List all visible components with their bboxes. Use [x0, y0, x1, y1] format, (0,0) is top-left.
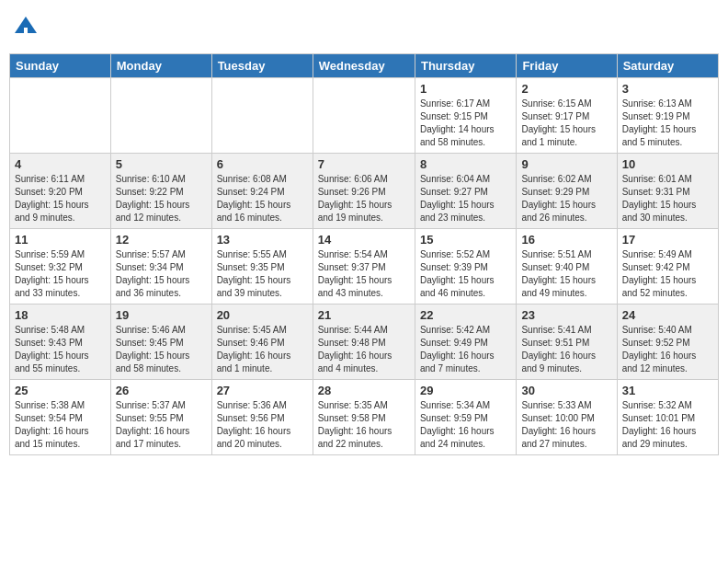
- day-number: 3: [622, 82, 713, 96]
- day-info: Sunrise: 5:33 AM Sunset: 10:00 PM Daylig…: [521, 399, 611, 451]
- day-info: Sunrise: 6:13 AM Sunset: 9:19 PM Dayligh…: [622, 98, 713, 149]
- day-number: 26: [116, 384, 207, 397]
- page-header: [9, 9, 719, 46]
- day-info: Sunrise: 5:49 AM Sunset: 9:42 PM Dayligh…: [622, 248, 713, 300]
- calendar-cell: 1Sunrise: 6:17 AM Sunset: 9:15 PM Daylig…: [415, 78, 516, 154]
- calendar-cell: 10Sunrise: 6:01 AM Sunset: 9:31 PM Dayli…: [617, 154, 718, 229]
- logo-icon: [13, 15, 39, 40]
- day-number: 16: [521, 233, 611, 247]
- day-info: Sunrise: 5:45 AM Sunset: 9:46 PM Dayligh…: [217, 324, 308, 375]
- calendar-cell: 26Sunrise: 5:37 AM Sunset: 9:55 PM Dayli…: [110, 380, 211, 455]
- day-info: Sunrise: 6:10 AM Sunset: 9:22 PM Dayligh…: [116, 173, 207, 224]
- day-info: Sunrise: 6:08 AM Sunset: 9:24 PM Dayligh…: [217, 173, 308, 224]
- calendar-cell: 17Sunrise: 5:49 AM Sunset: 9:42 PM Dayli…: [617, 229, 718, 304]
- day-number: 28: [318, 384, 410, 397]
- weekday-header-thursday: Thursday: [415, 54, 516, 78]
- calendar-cell: 13Sunrise: 5:55 AM Sunset: 9:35 PM Dayli…: [211, 229, 313, 304]
- weekday-header-tuesday: Tuesday: [211, 54, 313, 78]
- weekday-header-saturday: Saturday: [617, 54, 718, 78]
- calendar-cell: 4Sunrise: 6:11 AM Sunset: 9:20 PM Daylig…: [10, 154, 111, 229]
- calendar-cell: 12Sunrise: 5:57 AM Sunset: 9:34 PM Dayli…: [110, 229, 211, 304]
- day-number: 11: [15, 233, 106, 247]
- day-info: Sunrise: 6:02 AM Sunset: 9:29 PM Dayligh…: [521, 173, 611, 224]
- calendar-cell: [313, 78, 415, 154]
- day-info: Sunrise: 5:55 AM Sunset: 9:35 PM Dayligh…: [217, 248, 308, 300]
- day-number: 8: [420, 157, 511, 171]
- calendar-header-row: SundayMondayTuesdayWednesdayThursdayFrid…: [10, 54, 719, 78]
- day-number: 17: [622, 233, 713, 247]
- day-info: Sunrise: 6:11 AM Sunset: 9:20 PM Dayligh…: [15, 173, 106, 224]
- logo: [13, 15, 40, 40]
- day-info: Sunrise: 5:44 AM Sunset: 9:48 PM Dayligh…: [318, 324, 410, 375]
- day-number: 23: [521, 308, 611, 322]
- day-number: 18: [15, 308, 106, 322]
- day-number: 20: [217, 308, 308, 322]
- day-info: Sunrise: 5:46 AM Sunset: 9:45 PM Dayligh…: [116, 324, 207, 375]
- day-info: Sunrise: 5:59 AM Sunset: 9:32 PM Dayligh…: [15, 248, 106, 300]
- day-number: 25: [15, 384, 106, 397]
- day-info: Sunrise: 5:37 AM Sunset: 9:55 PM Dayligh…: [116, 399, 207, 451]
- day-number: 15: [420, 233, 511, 247]
- day-info: Sunrise: 5:41 AM Sunset: 9:51 PM Dayligh…: [521, 324, 611, 375]
- calendar-cell: 7Sunrise: 6:06 AM Sunset: 9:26 PM Daylig…: [313, 154, 415, 229]
- day-number: 22: [420, 308, 511, 322]
- calendar-cell: 23Sunrise: 5:41 AM Sunset: 9:51 PM Dayli…: [517, 304, 617, 380]
- day-number: 30: [521, 384, 611, 397]
- day-number: 19: [116, 308, 207, 322]
- day-number: 7: [318, 157, 410, 171]
- calendar-cell: 20Sunrise: 5:45 AM Sunset: 9:46 PM Dayli…: [211, 304, 313, 380]
- day-info: Sunrise: 6:17 AM Sunset: 9:15 PM Dayligh…: [420, 98, 511, 149]
- calendar-week-row: 11Sunrise: 5:59 AM Sunset: 9:32 PM Dayli…: [10, 229, 719, 304]
- calendar-cell: 3Sunrise: 6:13 AM Sunset: 9:19 PM Daylig…: [617, 78, 718, 154]
- day-number: 24: [622, 308, 713, 322]
- day-number: 10: [622, 157, 713, 171]
- calendar-cell: 5Sunrise: 6:10 AM Sunset: 9:22 PM Daylig…: [110, 154, 211, 229]
- day-info: Sunrise: 5:40 AM Sunset: 9:52 PM Dayligh…: [622, 324, 713, 375]
- calendar-cell: 30Sunrise: 5:33 AM Sunset: 10:00 PM Dayl…: [517, 380, 617, 455]
- calendar-cell: 21Sunrise: 5:44 AM Sunset: 9:48 PM Dayli…: [313, 304, 415, 380]
- day-number: 31: [622, 384, 713, 397]
- day-info: Sunrise: 6:15 AM Sunset: 9:17 PM Dayligh…: [521, 98, 611, 149]
- calendar-cell: 22Sunrise: 5:42 AM Sunset: 9:49 PM Dayli…: [415, 304, 516, 380]
- day-number: 9: [521, 157, 611, 171]
- calendar-cell: 25Sunrise: 5:38 AM Sunset: 9:54 PM Dayli…: [10, 380, 111, 455]
- day-number: 27: [217, 384, 308, 397]
- calendar-cell: 19Sunrise: 5:46 AM Sunset: 9:45 PM Dayli…: [110, 304, 211, 380]
- calendar-cell: 27Sunrise: 5:36 AM Sunset: 9:56 PM Dayli…: [211, 380, 313, 455]
- day-info: Sunrise: 6:04 AM Sunset: 9:27 PM Dayligh…: [420, 173, 511, 224]
- day-number: 29: [420, 384, 511, 397]
- day-info: Sunrise: 5:52 AM Sunset: 9:39 PM Dayligh…: [420, 248, 511, 300]
- calendar-cell: 6Sunrise: 6:08 AM Sunset: 9:24 PM Daylig…: [211, 154, 313, 229]
- calendar-cell: 29Sunrise: 5:34 AM Sunset: 9:59 PM Dayli…: [415, 380, 516, 455]
- svg-rect-1: [24, 28, 28, 35]
- day-info: Sunrise: 5:57 AM Sunset: 9:34 PM Dayligh…: [116, 248, 207, 300]
- day-info: Sunrise: 5:42 AM Sunset: 9:49 PM Dayligh…: [420, 324, 511, 375]
- day-info: Sunrise: 5:34 AM Sunset: 9:59 PM Dayligh…: [420, 399, 511, 451]
- day-number: 1: [420, 82, 511, 96]
- day-number: 13: [217, 233, 308, 247]
- day-number: 21: [318, 308, 410, 322]
- weekday-header-sunday: Sunday: [10, 54, 111, 78]
- weekday-header-wednesday: Wednesday: [313, 54, 415, 78]
- calendar-cell: 18Sunrise: 5:48 AM Sunset: 9:43 PM Dayli…: [10, 304, 111, 380]
- day-info: Sunrise: 6:06 AM Sunset: 9:26 PM Dayligh…: [318, 173, 410, 224]
- day-number: 14: [318, 233, 410, 247]
- day-number: 4: [15, 157, 106, 171]
- calendar-cell: 28Sunrise: 5:35 AM Sunset: 9:58 PM Dayli…: [313, 380, 415, 455]
- day-info: Sunrise: 5:36 AM Sunset: 9:56 PM Dayligh…: [217, 399, 308, 451]
- day-number: 12: [116, 233, 207, 247]
- calendar-week-row: 18Sunrise: 5:48 AM Sunset: 9:43 PM Dayli…: [10, 304, 719, 380]
- calendar-cell: 14Sunrise: 5:54 AM Sunset: 9:37 PM Dayli…: [313, 229, 415, 304]
- day-info: Sunrise: 5:51 AM Sunset: 9:40 PM Dayligh…: [521, 248, 611, 300]
- calendar-week-row: 1Sunrise: 6:17 AM Sunset: 9:15 PM Daylig…: [10, 78, 719, 154]
- day-info: Sunrise: 5:35 AM Sunset: 9:58 PM Dayligh…: [318, 399, 410, 451]
- calendar-cell: 11Sunrise: 5:59 AM Sunset: 9:32 PM Dayli…: [10, 229, 111, 304]
- calendar-cell: 16Sunrise: 5:51 AM Sunset: 9:40 PM Dayli…: [517, 229, 617, 304]
- calendar-cell: [10, 78, 111, 154]
- calendar-cell: 24Sunrise: 5:40 AM Sunset: 9:52 PM Dayli…: [617, 304, 718, 380]
- calendar-cell: 2Sunrise: 6:15 AM Sunset: 9:17 PM Daylig…: [517, 78, 617, 154]
- calendar-cell: 15Sunrise: 5:52 AM Sunset: 9:39 PM Dayli…: [415, 229, 516, 304]
- calendar-week-row: 4Sunrise: 6:11 AM Sunset: 9:20 PM Daylig…: [10, 154, 719, 229]
- day-number: 2: [521, 82, 611, 96]
- day-info: Sunrise: 6:01 AM Sunset: 9:31 PM Dayligh…: [622, 173, 713, 224]
